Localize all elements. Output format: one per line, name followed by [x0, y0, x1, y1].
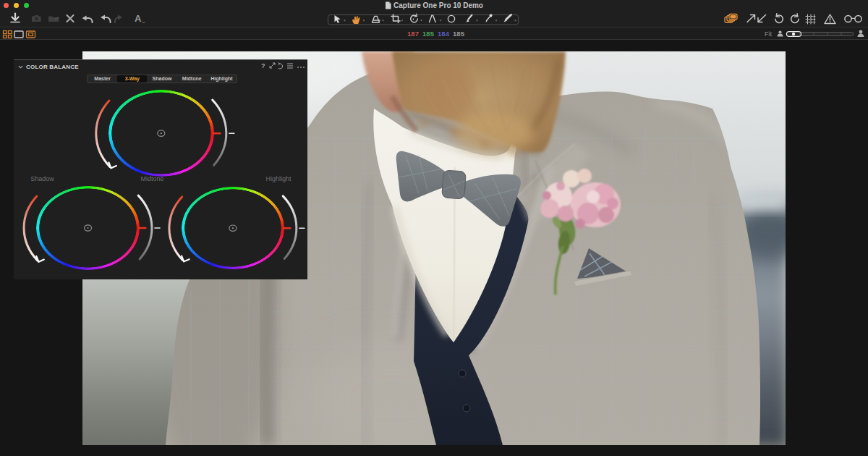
svg-text:185: 185 — [422, 30, 435, 38]
svg-text:A: A — [135, 13, 142, 24]
svg-text:187: 187 — [407, 30, 419, 38]
svg-text:185: 185 — [453, 30, 465, 38]
svg-text:184: 184 — [438, 30, 450, 38]
svg-text:Fit: Fit — [765, 30, 772, 38]
